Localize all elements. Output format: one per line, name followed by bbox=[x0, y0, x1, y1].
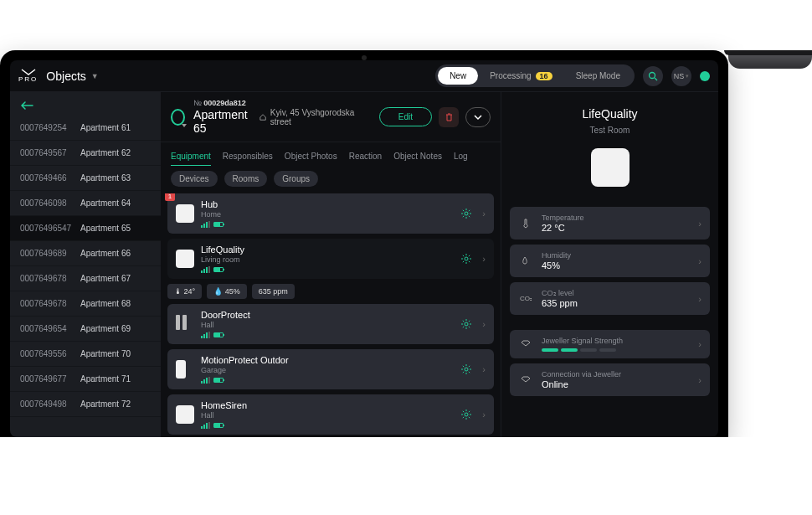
tab-new[interactable]: New bbox=[438, 67, 478, 85]
sidebar-item[interactable]: 0007649654Apartment 69 bbox=[10, 317, 161, 342]
device-name: MotionProtect Outdor bbox=[201, 355, 454, 365]
processing-badge: 16 bbox=[536, 72, 552, 80]
object-label: Apartment 71 bbox=[80, 374, 131, 384]
page-title-selector[interactable]: Objects ▼ bbox=[46, 70, 98, 83]
back-button[interactable] bbox=[10, 92, 161, 116]
page-title: Objects bbox=[46, 70, 85, 83]
signal-strength-bars bbox=[542, 348, 690, 352]
device-thumb bbox=[176, 250, 194, 268]
device-thumb bbox=[176, 360, 186, 379]
object-label: Apartment 65 bbox=[80, 224, 131, 233]
chevron-right-icon: › bbox=[482, 254, 486, 264]
search-button[interactable] bbox=[643, 66, 663, 86]
chevron-right-icon: › bbox=[482, 364, 486, 374]
gear-icon bbox=[460, 208, 472, 219]
object-address: Kyiv, 45 Vyshgorodska street bbox=[260, 108, 357, 126]
device-settings-button[interactable] bbox=[460, 208, 472, 219]
tab-object-notes[interactable]: Object Notes bbox=[393, 147, 442, 166]
sidebar-item[interactable]: 0007649466Apartment 63 bbox=[10, 166, 161, 191]
tab-log[interactable]: Log bbox=[454, 147, 468, 166]
chevron-right-icon: › bbox=[698, 375, 702, 385]
avatar[interactable]: NS▾ bbox=[671, 66, 691, 86]
device-settings-button[interactable] bbox=[460, 253, 472, 265]
arm-status-indicator[interactable] bbox=[171, 109, 185, 126]
metric-humidity[interactable]: Humidity45% › bbox=[510, 245, 710, 277]
object-id: 0007649466 bbox=[20, 173, 80, 183]
sidebar-item[interactable]: 0007649689Apartment 66 bbox=[10, 241, 161, 266]
device-settings-button[interactable] bbox=[460, 409, 472, 420]
edit-button[interactable]: Edit bbox=[379, 107, 432, 126]
metric-co-level[interactable]: CO₂ CO₂ level635 ppm › bbox=[510, 282, 710, 315]
gear-icon bbox=[460, 363, 472, 375]
object-label: Apartment 70 bbox=[80, 349, 131, 358]
metric-temperature[interactable]: Temperature22 °C › bbox=[510, 207, 710, 239]
svg-point-5 bbox=[465, 368, 468, 371]
device-row[interactable]: 1 Hub Home › bbox=[167, 193, 494, 234]
quick-co2: 635 ppm bbox=[252, 284, 295, 299]
device-name: LifeQuality bbox=[201, 245, 454, 255]
device-room: Home bbox=[201, 210, 454, 219]
sidebar-item[interactable]: 0007646098Apartment 64 bbox=[10, 191, 161, 216]
delete-button[interactable] bbox=[439, 107, 459, 127]
detail-device-name: LifeQuality bbox=[582, 107, 637, 121]
subtab-groups[interactable]: Groups bbox=[274, 171, 318, 187]
battery-icon bbox=[213, 222, 224, 227]
tab-processing[interactable]: Processing16 bbox=[478, 67, 563, 85]
sidebar-item[interactable]: 0007649678Apartment 67 bbox=[10, 266, 161, 291]
object-label: Apartment 72 bbox=[80, 399, 131, 409]
device-row[interactable]: DoorProtect Hall › bbox=[167, 304, 494, 344]
object-id: 00076496547 bbox=[20, 224, 80, 233]
battery-icon bbox=[213, 267, 224, 272]
sidebar-item[interactable]: 0007649678Apartment 68 bbox=[10, 291, 161, 317]
co2-icon: CO₂ bbox=[520, 293, 532, 305]
home-icon bbox=[260, 113, 266, 121]
sidebar-item[interactable]: 00076496547Apartment 65 bbox=[10, 216, 161, 241]
signal-icon bbox=[201, 266, 210, 273]
device-settings-button[interactable] bbox=[460, 318, 472, 330]
device-name: Hub bbox=[201, 199, 454, 209]
object-number: № 00029da812 bbox=[193, 99, 251, 107]
chevron-down-icon: ▼ bbox=[91, 72, 99, 80]
object-id: 0007649677 bbox=[20, 374, 80, 384]
expand-button[interactable] bbox=[465, 107, 491, 127]
svg-text:CO₂: CO₂ bbox=[520, 295, 532, 302]
device-name: HomeSiren bbox=[201, 400, 454, 410]
device-settings-button[interactable] bbox=[460, 363, 472, 375]
subtab-rooms[interactable]: Rooms bbox=[224, 171, 268, 187]
connection-0[interactable]: Jeweller Signal Strength › bbox=[510, 330, 710, 358]
brand-logo: PRO bbox=[18, 69, 38, 83]
warning-badge: 1 bbox=[165, 193, 175, 201]
sidebar-item[interactable]: 0007649556Apartment 70 bbox=[10, 342, 161, 367]
device-name: DoorProtect bbox=[201, 310, 454, 320]
tab-sleep-mode[interactable]: Sleep Mode bbox=[564, 67, 632, 85]
object-id: 0007649654 bbox=[20, 324, 80, 333]
quick-humidity: 💧 45% bbox=[207, 284, 247, 299]
device-thumb bbox=[176, 315, 194, 333]
sidebar-item[interactable]: 0007649677Apartment 71 bbox=[10, 367, 161, 392]
chevron-right-icon: › bbox=[698, 294, 702, 304]
tab-object-photos[interactable]: Object Photos bbox=[285, 147, 337, 166]
object-label: Apartment 66 bbox=[80, 249, 131, 258]
object-label: Apartment 64 bbox=[80, 198, 131, 208]
chevron-down-icon bbox=[473, 114, 483, 121]
jeweller-icon bbox=[520, 375, 532, 385]
svg-point-2 bbox=[465, 212, 468, 215]
subtab-devices[interactable]: Devices bbox=[171, 171, 218, 187]
hum-icon bbox=[520, 255, 532, 267]
chevron-right-icon: › bbox=[482, 319, 486, 329]
connection-1[interactable]: Connection via JewellerOnline › bbox=[510, 363, 710, 396]
chevron-right-icon: › bbox=[698, 339, 702, 349]
sidebar-item[interactable]: 0007649254Apartment 61 bbox=[10, 116, 161, 141]
sidebar-item[interactable]: 0007649498Apartment 72 bbox=[10, 392, 161, 417]
object-id: 0007649678 bbox=[20, 274, 80, 283]
tab-reaction[interactable]: Reaction bbox=[349, 147, 382, 166]
tab-responsibles[interactable]: Responsibles bbox=[223, 147, 273, 166]
device-row[interactable]: LifeQuality Living room › bbox=[167, 239, 494, 279]
device-row[interactable]: HomeSiren Hall › bbox=[167, 394, 494, 435]
chevron-right-icon: › bbox=[698, 256, 702, 266]
status-indicator bbox=[700, 71, 710, 81]
object-id: 0007649556 bbox=[20, 349, 80, 358]
device-row[interactable]: MotionProtect Outdor Garage › bbox=[167, 349, 494, 389]
sidebar-item[interactable]: 0007649567Apartment 62 bbox=[10, 141, 161, 166]
tab-equipment[interactable]: Equipment bbox=[171, 147, 211, 166]
